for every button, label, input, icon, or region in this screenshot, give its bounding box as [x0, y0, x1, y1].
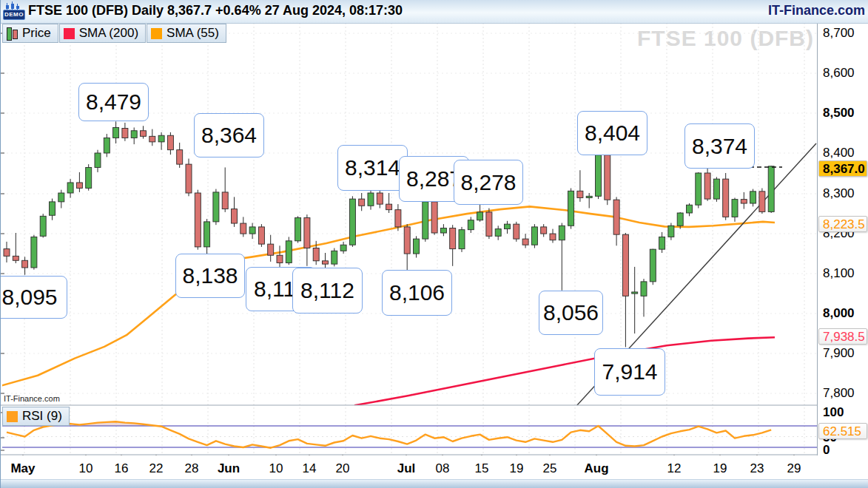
legend-chip-rsi[interactable]: RSI (9) [2, 407, 70, 426]
price-callout: 8,374 [684, 123, 755, 169]
y-axis-label: 8,500 [823, 104, 855, 122]
y-axis-label: 8,000 [823, 305, 855, 322]
legend-chip-price[interactable]: Price [2, 24, 58, 43]
price-panel-legend: Price SMA (200) SMA (55) [2, 24, 227, 43]
legend-chip-sma200[interactable]: SMA (200) [59, 24, 146, 43]
legend-chip-sma55[interactable]: SMA (55) [147, 24, 226, 43]
price-callout: 8,364 [194, 113, 264, 157]
y-axis-label: 8,300 [823, 185, 855, 203]
x-axis-label: 29 [768, 461, 820, 476]
brand-link[interactable]: IT-Finance.com [768, 3, 865, 18]
price-callout: 8,095 [0, 276, 67, 319]
sma200-swatch-icon [64, 28, 75, 39]
y-axis-label: 7,800 [823, 384, 855, 402]
demo-badge: DEMO [3, 10, 25, 20]
chart-title: FTSE 100 (DFB) Daily 8,367.7 +0.64% 27 A… [28, 3, 403, 18]
y-axis-label: 8,400 [823, 144, 855, 162]
demo-logo-icon: DEMO [3, 2, 25, 21]
price-callout: 8,056 [539, 291, 603, 335]
time-axis[interactable]: May10162228Jun101420Jul08151925Aug121923… [1, 455, 868, 479]
price-callout: 8,138 [175, 254, 245, 298]
x-axis-label: Jun [203, 461, 255, 476]
legend-label: SMA (200) [79, 26, 138, 41]
price-chart-canvas[interactable] [1, 0, 868, 488]
title-bar: DEMO FTSE 100 (DFB) Daily 8,367.7 +0.64%… [1, 0, 868, 24]
trading-chart-window: DEMO FTSE 100 (DFB) Daily 8,367.7 +0.64%… [0, 0, 868, 488]
rsi-swatch-icon [7, 411, 18, 422]
chart-credit: IT-Finance.com [4, 394, 60, 403]
bottom-chrome-strip [1, 479, 868, 488]
legend-label: RSI (9) [22, 409, 62, 424]
legend-label: Price [22, 26, 51, 41]
price-axis[interactable]: 8,7008,6008,5008,4008,3008,2008,1008,000… [817, 23, 868, 479]
y-axis-label: 100 [823, 404, 844, 421]
price-callout: 8,112 [292, 268, 363, 314]
x-axis-label: May [0, 461, 49, 476]
x-axis-label: 20 [317, 461, 369, 476]
candlestick-logo-icon [6, 2, 22, 9]
sma55-swatch-icon [151, 28, 162, 39]
price-callout: 7,914 [594, 348, 665, 396]
rsi-panel-legend: RSI (9) [2, 407, 70, 426]
legend-label: SMA (55) [166, 26, 219, 41]
price-callout: 8,314 [337, 145, 408, 191]
price-tag: 62.515 [818, 423, 867, 439]
y-axis-label: 8,100 [823, 265, 855, 282]
price-tag: 8,223.5 [818, 216, 867, 232]
price-callout: 8,278 [454, 160, 523, 205]
candles-icon [7, 27, 18, 40]
price-callout: 8,479 [78, 83, 149, 121]
x-axis-label: Aug [571, 461, 622, 476]
price-callout: 8,106 [382, 270, 452, 316]
x-axis-label: 25 [524, 461, 576, 476]
y-axis-label: 7,900 [823, 345, 855, 362]
x-axis-label: 12 [648, 461, 700, 476]
price-tag: 7,938.5 [818, 328, 867, 345]
y-axis-label: 8,600 [823, 64, 855, 82]
y-axis-label: 8,700 [823, 24, 855, 42]
price-tag: 8,367.0 [818, 160, 867, 177]
price-callout: 8,404 [577, 111, 647, 155]
